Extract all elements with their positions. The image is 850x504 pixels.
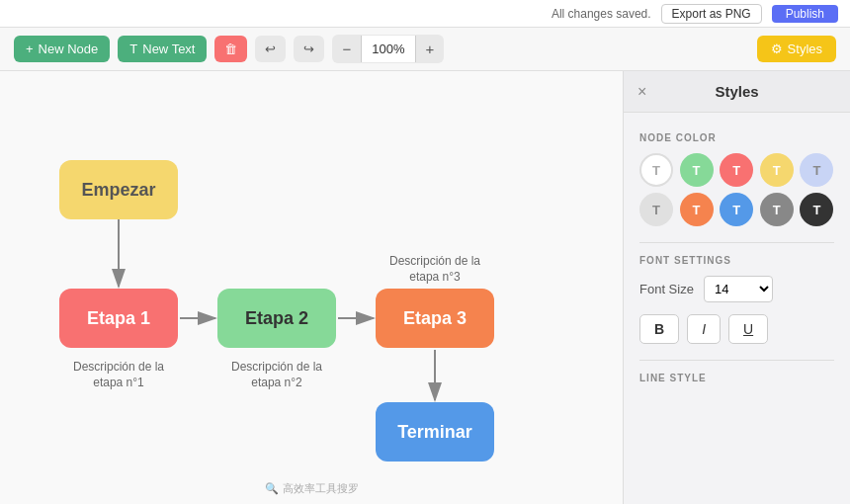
panel-title: Styles (715, 83, 758, 100)
color-swatch-green[interactable]: T (680, 153, 714, 187)
panel-close-button[interactable]: × (638, 83, 646, 101)
node-etapa2[interactable]: Etapa 2 (217, 289, 336, 348)
zoom-control: − 100% + (332, 35, 444, 63)
styles-panel: × Styles NODE COLOR T T T T T T T T T T … (623, 71, 850, 504)
zoom-out-button[interactable]: − (332, 35, 361, 63)
format-btn-group: B I U (639, 314, 834, 344)
arrows-svg (0, 71, 623, 504)
trash-icon: 🗑 (224, 42, 237, 56)
color-swatch-orange[interactable]: T (680, 193, 714, 226)
watermark-icon: 🔍 (265, 482, 279, 495)
plus-icon: + (26, 42, 34, 56)
watermark: 🔍 高效率工具搜罗 (265, 481, 359, 496)
watermark-text: 高效率工具搜罗 (283, 481, 359, 496)
color-swatch-yellow[interactable]: T (760, 153, 794, 187)
node-terminar[interactable]: Terminar (376, 402, 494, 462)
divider-2 (639, 360, 834, 361)
font-settings-section-title: FONT SETTINGS (639, 255, 834, 266)
color-swatch-lightblue[interactable]: T (800, 153, 833, 187)
color-swatch-dark[interactable]: T (800, 193, 833, 226)
canvas[interactable]: Empezar Etapa 1 Descripción de laetapa n… (0, 71, 623, 504)
gear-icon: ⚙ (771, 42, 783, 56)
color-swatch-red[interactable]: T (720, 153, 753, 187)
panel-body: NODE COLOR T T T T T T T T T T FONT SETT… (624, 113, 850, 504)
line-style-section-title: LINE STYLE (639, 373, 834, 383)
underline-label: U (743, 321, 753, 337)
color-grid: T T T T T T T T T T (639, 153, 834, 226)
bold-button[interactable]: B (639, 314, 679, 344)
underline-button[interactable]: U (728, 314, 768, 344)
node-etapa2-desc: Descripción de laetapa n°2 (217, 360, 336, 390)
delete-button[interactable]: 🗑 (214, 36, 247, 62)
new-text-button[interactable]: T New Text (118, 36, 207, 62)
redo-icon: ↪ (303, 42, 314, 56)
panel-header: × Styles (624, 71, 850, 113)
top-bar: All changes saved. Export as PNG Publish (0, 0, 850, 28)
zoom-in-button[interactable]: + (416, 35, 445, 63)
color-swatch-white[interactable]: T (639, 153, 673, 187)
color-swatch-lightgray[interactable]: T (639, 193, 673, 226)
undo-button[interactable]: ↩ (255, 36, 286, 62)
font-size-label: Font Size (639, 282, 694, 296)
status-text: All changes saved. (552, 7, 651, 21)
font-size-select[interactable]: 14 12 16 18 20 (704, 276, 773, 302)
italic-button[interactable]: I (687, 314, 721, 344)
toolbar: + New Node T New Text 🗑 ↩ ↪ − 100% + ⚙ S… (0, 28, 850, 71)
color-swatch-gray[interactable]: T (760, 193, 794, 226)
font-size-row: Font Size 14 12 16 18 20 (639, 276, 834, 302)
styles-button[interactable]: ⚙ Styles (757, 36, 836, 62)
node-empezar[interactable]: Empezar (59, 160, 178, 219)
divider-1 (639, 242, 834, 243)
node-etapa3[interactable]: Etapa 3 (376, 289, 494, 348)
node-etapa1[interactable]: Etapa 1 (59, 289, 178, 348)
node-etapa1-desc: Descripción de laetapa n°1 (59, 360, 178, 390)
main-area: Empezar Etapa 1 Descripción de laetapa n… (0, 71, 850, 504)
publish-button[interactable]: Publish (772, 5, 838, 23)
redo-button[interactable]: ↪ (294, 36, 324, 62)
zoom-value: 100% (361, 36, 415, 62)
undo-icon: ↩ (265, 42, 276, 56)
node-etapa3-desc: Descripción de laetapa n°3 (371, 254, 499, 285)
node-color-section-title: NODE COLOR (639, 132, 834, 143)
text-icon: T (129, 42, 137, 56)
color-swatch-blue[interactable]: T (720, 193, 753, 226)
new-node-button[interactable]: + New Node (14, 36, 110, 62)
export-button[interactable]: Export as PNG (661, 4, 762, 24)
